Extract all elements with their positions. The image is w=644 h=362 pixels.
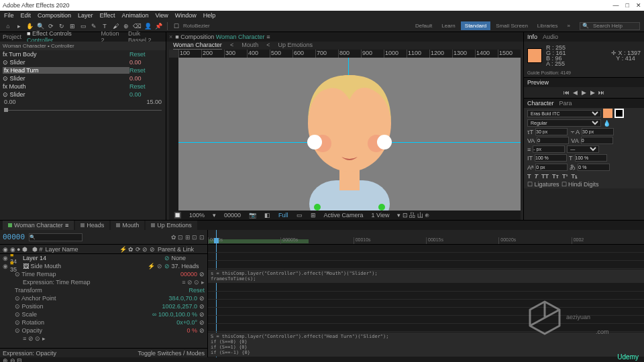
workspace-standard[interactable]: Standard: [461, 21, 490, 30]
home-icon[interactable]: ⌂: [4, 22, 12, 30]
workspace-libraries[interactable]: Libraries: [533, 21, 562, 30]
menu-edit[interactable]: Edit: [21, 12, 32, 19]
slider-mouth[interactable]: ⊙ Slider: [3, 91, 129, 98]
hscale-input[interactable]: [575, 154, 607, 162]
hand-tool-icon[interactable]: ✋: [25, 22, 34, 30]
workspace-more-icon[interactable]: »: [564, 21, 574, 30]
workspace-learn[interactable]: Learn: [437, 21, 459, 30]
allcaps-icon[interactable]: TT: [541, 173, 549, 180]
time-display[interactable]: 00000: [222, 212, 243, 219]
prop-expr-time[interactable]: Expression: Time Remap: [3, 279, 180, 286]
prop-position[interactable]: ⊙ Position: [3, 303, 160, 310]
roto-tool-icon[interactable]: 👤: [144, 22, 152, 30]
layer-14[interactable]: Layer 14: [23, 255, 162, 261]
menu-file[interactable]: File: [4, 12, 14, 19]
prop-transform[interactable]: Transform: [3, 287, 186, 294]
grid-icon[interactable]: ⊞: [309, 212, 318, 219]
vscale-input[interactable]: [535, 154, 567, 162]
fx-head-turn[interactable]: fx Head Turn: [3, 67, 129, 74]
prop-time-remap[interactable]: ⊙ Time Remap: [3, 271, 178, 278]
bold-icon[interactable]: T: [527, 173, 531, 180]
menu-view[interactable]: View: [155, 12, 168, 19]
smallcaps-icon[interactable]: Tт: [552, 173, 559, 180]
prev-frame-icon[interactable]: ◀: [572, 89, 579, 96]
tab-character[interactable]: Character: [527, 100, 554, 107]
viewport[interactable]: 1002003004005006007008009001000110012001…: [169, 50, 521, 220]
stroke-width-input[interactable]: [533, 145, 565, 153]
prop-rotation[interactable]: ⊙ Rotation: [3, 319, 174, 326]
font-select[interactable]: Eras Bold ITC: [527, 110, 601, 117]
orbit-tool-icon[interactable]: ⟳: [47, 22, 55, 30]
workspace-small[interactable]: Small Screen: [492, 21, 532, 30]
prop-scale[interactable]: ⊙ Scale: [3, 311, 150, 318]
tracking-input[interactable]: [581, 137, 613, 144]
timeline-tracks[interactable]: 0000s00005s00010s00015s00020s0002 s = th…: [208, 230, 644, 357]
search-help-input[interactable]: 🔍 Search Help: [580, 22, 640, 30]
zoom-value[interactable]: 100%: [187, 212, 207, 219]
last-frame-icon[interactable]: ⏭: [598, 89, 605, 96]
resolution-label[interactable]: Full: [276, 212, 290, 219]
stroke-over-select[interactable]: —: [567, 145, 599, 153]
resolution-dropdown[interactable]: ▾: [211, 212, 218, 219]
clone-tool-icon[interactable]: ⊕: [122, 22, 130, 30]
fx-mouth[interactable]: fx Mouth: [3, 83, 129, 90]
tab-info[interactable]: Info: [527, 34, 537, 40]
tab-paragraph[interactable]: Para: [559, 100, 572, 107]
eraser-tool-icon[interactable]: ⌫: [133, 22, 141, 30]
comp-tab-mouth[interactable]: Mouth: [241, 42, 258, 50]
stroke-color-icon[interactable]: [614, 109, 624, 118]
zoom-tool-icon[interactable]: 🔍: [36, 22, 44, 30]
channels-icon[interactable]: ◧: [262, 212, 272, 219]
menu-effect[interactable]: Effect: [100, 12, 115, 19]
layer-search-input[interactable]: [29, 233, 83, 241]
canvas[interactable]: [178, 58, 521, 210]
subscript-icon[interactable]: T₁: [571, 173, 578, 180]
expression-time-remap[interactable]: s = thisComp.layer("Controller").effect(…: [208, 269, 644, 283]
workspace-default[interactable]: Default: [411, 21, 436, 30]
menu-animation[interactable]: Animation: [121, 12, 148, 19]
maximize-button[interactable]: □: [626, 2, 629, 9]
kerning-input[interactable]: [537, 137, 569, 144]
menu-window[interactable]: Window: [175, 12, 197, 19]
panel-menu-icon[interactable]: ×: [169, 34, 172, 40]
roi-icon[interactable]: ▭: [294, 212, 305, 219]
next-frame-icon[interactable]: ▶: [590, 89, 596, 96]
baseline-input[interactable]: [535, 164, 568, 171]
tab-preview[interactable]: Preview: [527, 79, 549, 86]
hindi-checkbox[interactable]: ☐ Hindi Digits: [561, 181, 599, 188]
fx-turn-body[interactable]: fx Turn Body: [3, 51, 129, 58]
italic-icon[interactable]: T: [535, 173, 539, 180]
slider-head-turn[interactable]: ⊙ Slider: [3, 75, 129, 82]
font-size-input[interactable]: [535, 128, 568, 135]
toggle-switches[interactable]: Toggle Switches / Modes: [138, 350, 205, 357]
comp-tab-emotions[interactable]: Up Emotions: [278, 42, 313, 50]
first-frame-icon[interactable]: ⏮: [564, 89, 570, 96]
menu-help[interactable]: Help: [203, 12, 216, 19]
slider-turn-body[interactable]: ⊙ Slider: [3, 59, 129, 66]
rotate-tool-icon[interactable]: ↻: [58, 22, 66, 30]
font-style-select[interactable]: Regular: [527, 119, 601, 127]
menu-composition[interactable]: Composition: [38, 12, 71, 19]
fill-color-icon[interactable]: [603, 109, 612, 118]
tl-zoom-icon[interactable]: ⊕ ⊖ ⊟: [3, 357, 22, 362]
comp-tab-woman[interactable]: Woman Character: [173, 42, 222, 50]
ligatures-checkbox[interactable]: ☐ Ligatures: [527, 181, 559, 188]
leading-input[interactable]: [582, 128, 614, 135]
view-opts-icon[interactable]: ▾ ⊡ 品 山 ⊕: [395, 211, 431, 220]
close-button[interactable]: ✕: [636, 2, 641, 9]
pen-tool-icon[interactable]: ✎: [90, 22, 98, 30]
play-icon[interactable]: ▶: [581, 89, 588, 96]
camera-label[interactable]: Active Camera: [322, 212, 366, 219]
view-count[interactable]: 1 View: [370, 212, 392, 219]
minimize-button[interactable]: —: [613, 2, 619, 9]
tl-tab-heads[interactable]: Heads: [75, 221, 109, 230]
selection-tool-icon[interactable]: ▸: [15, 22, 23, 30]
magnify-icon[interactable]: 🔲: [172, 212, 183, 219]
rect-tool-icon[interactable]: ▭: [79, 22, 87, 30]
layer-side-mouth[interactable]: 🖼 Side Mouth: [23, 263, 146, 269]
tl-tab-mouth[interactable]: Mouth: [111, 221, 144, 230]
tl-tab-woman[interactable]: Woman Character ≡: [3, 221, 74, 230]
superscript-icon[interactable]: T¹: [562, 173, 568, 180]
expression-opacity[interactable]: S = thisComp.layer("Controller").effect(…: [208, 333, 644, 357]
snapping-icon[interactable]: ☐: [172, 22, 180, 30]
